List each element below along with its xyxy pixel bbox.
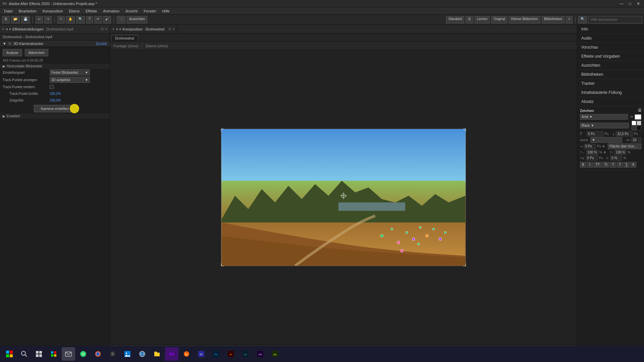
effects-vorgaben-item[interactable]: Effekte und Vorgaben	[577, 52, 644, 61]
rotation-input[interactable]	[610, 156, 622, 161]
small-caps-btn[interactable]: Tt	[602, 162, 609, 168]
ae-btn[interactable]: Ae	[165, 347, 178, 361]
ai-btn[interactable]: Ai	[224, 347, 237, 361]
comp-menu-icon[interactable]: ☰	[168, 27, 171, 31]
font-color-swatch[interactable]	[635, 114, 641, 120]
lr-btn[interactable]: Lr	[239, 347, 252, 361]
font-dropdown[interactable]: Arial ▼	[580, 114, 628, 120]
taskbar-app2[interactable]: Br	[180, 347, 193, 361]
indent-input[interactable]	[584, 144, 596, 149]
menu-ansicht[interactable]: Ansicht	[123, 8, 140, 14]
menu-ebene[interactable]: Ebene	[66, 8, 82, 14]
globe-btn[interactable]	[136, 347, 149, 361]
me-btn[interactable]: Me	[254, 347, 267, 361]
expanded-section[interactable]: ▶ Erweitert	[0, 114, 110, 119]
settings-type-dropdown[interactable]: Fester Blickwinkel ▼	[50, 69, 90, 75]
show-tracks-dropdown[interactable]: 3D aufgelöst ▼	[50, 77, 90, 83]
italic-btn[interactable]: I	[587, 162, 593, 168]
effect-header-3d[interactable]: ▼ fx 3D-Kameratracker Zurück	[0, 41, 110, 47]
track-point-size-value[interactable]: 100,0%	[50, 92, 61, 96]
stop-btn[interactable]: Abbrechen	[25, 49, 48, 56]
search-taskbar-btn[interactable]	[17, 347, 31, 361]
tracking-input[interactable]	[631, 137, 641, 142]
selection-tool[interactable]: ↖	[57, 16, 65, 23]
open-btn[interactable]: 📂	[11, 16, 20, 23]
align-label[interactable]: Ausrichten	[127, 16, 147, 23]
analyze-btn[interactable]: Analyse	[3, 49, 22, 56]
ps-btn[interactable]: Ps	[209, 347, 223, 361]
swatch-white[interactable]	[632, 121, 636, 125]
align-item[interactable]: Ausrichten	[577, 61, 644, 70]
close-btn[interactable]: ✕	[635, 1, 641, 6]
files-btn[interactable]	[150, 347, 164, 361]
redo-btn[interactable]: ↪	[44, 16, 52, 23]
mail-btn[interactable]	[62, 347, 75, 361]
panel-close-btn[interactable]: ✕	[105, 27, 108, 31]
au-btn[interactable]: Au	[268, 347, 282, 361]
menu-effekte[interactable]: Effekte	[83, 8, 100, 14]
pr-btn[interactable]: Pr	[195, 347, 208, 361]
original-btn[interactable]: Original	[491, 16, 507, 23]
info-item[interactable]: Info	[577, 25, 644, 34]
paragraph-item[interactable]: Absatz	[577, 97, 644, 106]
maximize-btn[interactable]: □	[628, 1, 633, 6]
underline-btn[interactable]: T̲	[624, 162, 630, 168]
preview-item[interactable]: Vorschau	[577, 43, 644, 52]
whatsapp-btn[interactable]: W	[76, 347, 90, 361]
text-tool[interactable]: T	[86, 16, 93, 23]
area-dropdown[interactable]: Fläche über Kon…	[608, 143, 641, 149]
brush-tool[interactable]: 🖌	[103, 16, 111, 23]
baseline-input[interactable]	[586, 156, 598, 161]
align-btn[interactable]: ⬛	[117, 16, 125, 23]
menu-komposition[interactable]: Komposition	[40, 8, 66, 14]
scale-v-input[interactable]	[614, 150, 626, 155]
font-size-input[interactable]	[587, 131, 603, 136]
settings-section[interactable]: ▶ Horizontaler Blickwinkel	[0, 64, 110, 69]
pen-tool[interactable]: ✏	[94, 16, 102, 23]
sub-btn[interactable]: T	[617, 162, 623, 168]
strikethrough-btn[interactable]: T̶	[630, 162, 636, 168]
menu-datei[interactable]: Datei	[1, 8, 15, 14]
scale-h-input[interactable]	[586, 150, 598, 155]
pencil-icon[interactable]: ✏	[631, 115, 633, 119]
small-screen-btn[interactable]: Kleiner Bildschirm	[509, 16, 540, 23]
char-panel-menu[interactable]: ☰	[638, 108, 641, 113]
swatch-black[interactable]	[637, 126, 641, 130]
search-icon[interactable]: 🔍	[578, 16, 587, 23]
panel-menu-icon[interactable]: ☰	[101, 27, 104, 31]
swatch-lightgray[interactable]	[637, 121, 641, 125]
menu-bearbeiten[interactable]: Bearbeiten	[16, 8, 39, 14]
store-btn[interactable]	[47, 347, 60, 361]
render-tracks-checkbox[interactable]	[50, 85, 54, 89]
taskview-btn[interactable]	[32, 347, 46, 361]
bold-btn[interactable]: B	[580, 162, 586, 168]
comp-tab-drohneshot[interactable]: Drohneshot	[111, 35, 138, 41]
metric-dropdown[interactable]: ▼	[590, 137, 622, 143]
start-btn[interactable]	[3, 347, 16, 361]
minimize-btn[interactable]: —	[618, 1, 625, 6]
content-fill-item[interactable]: Inhaltsbasierte Füllung	[577, 88, 644, 97]
caps-btn[interactable]: TT	[594, 162, 602, 168]
libraries-item[interactable]: Bibliotheken	[577, 70, 644, 79]
save-btn[interactable]: 💾	[21, 16, 30, 23]
back-link[interactable]: Zurück	[96, 42, 107, 46]
panel-close-icon[interactable]: ✕	[2, 27, 5, 31]
settings-btn[interactable]: ☰	[466, 16, 473, 23]
zoom-tool[interactable]: 🔍	[76, 16, 85, 23]
learn-btn[interactable]: Lernen	[475, 16, 490, 23]
audio-item[interactable]: Audio	[577, 34, 644, 43]
hand-tool[interactable]: ✋	[66, 16, 75, 23]
line-height-input[interactable]	[616, 131, 633, 136]
standard-btn[interactable]: Standard	[446, 16, 465, 23]
menu-hilfe[interactable]: Hilfe	[160, 8, 172, 14]
taskbar-app1[interactable]: K	[106, 347, 119, 361]
target-size-value[interactable]: 100,0%	[50, 99, 61, 102]
tracker-item[interactable]: Tracker	[577, 79, 644, 88]
libraries-btn[interactable]: Bibliotheken	[542, 16, 565, 23]
menu-animation[interactable]: Animation	[100, 8, 122, 14]
new-project-btn[interactable]: ☰	[2, 16, 10, 23]
expand-btn[interactable]: »	[566, 16, 573, 23]
super-btn[interactable]: T	[610, 162, 616, 168]
comp-close-icon[interactable]: ✕	[172, 27, 175, 31]
menu-fenster[interactable]: Fenster	[141, 8, 159, 14]
